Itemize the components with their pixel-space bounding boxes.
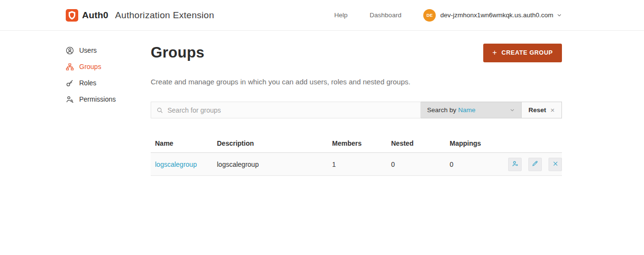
sidebar-item-label: Permissions	[79, 95, 116, 103]
group-description: logscalegroup	[217, 161, 332, 168]
brand-name: Auth0	[82, 10, 108, 21]
column-header-name: Name	[155, 139, 217, 147]
search-by-dropdown[interactable]: Search byName	[421, 102, 522, 118]
group-members-count: 1	[332, 161, 391, 168]
brand-group: Auth0 Authorization Extension	[66, 9, 214, 22]
column-header-members: Members	[332, 139, 391, 147]
reset-label: Reset	[528, 106, 546, 114]
page-title: Groups	[151, 44, 204, 61]
search-box	[151, 102, 421, 118]
group-mappings-count: 0	[450, 161, 500, 168]
sidebar-item-label: Users	[79, 46, 97, 54]
chevron-down-icon	[510, 107, 515, 113]
plus-icon: +	[492, 49, 497, 57]
x-icon	[552, 161, 559, 168]
group-nested-count: 0	[391, 161, 450, 168]
sidebar-item-users[interactable]: Users	[66, 42, 151, 58]
search-by-label: Search by	[427, 106, 456, 114]
dashboard-link[interactable]: Dashboard	[370, 12, 401, 19]
help-link[interactable]: Help	[334, 12, 348, 19]
edit-group-button[interactable]	[528, 158, 542, 171]
delete-group-button[interactable]	[549, 158, 562, 171]
close-icon: ×	[550, 106, 555, 114]
account-domain: dev-jzmhonx1wn6wmkqk.us.auth0.com	[440, 12, 553, 19]
app-title: Authorization Extension	[115, 10, 215, 21]
avatar: DE	[423, 9, 436, 22]
row-actions	[500, 158, 562, 171]
search-by-text: Search byName	[427, 106, 476, 114]
group-name-link[interactable]: logscalegroup	[155, 161, 197, 168]
sidebar-item-permissions[interactable]: Permissions	[66, 91, 151, 107]
top-nav: Help Dashboard DE dev-jzmhonx1wn6wmkqk.u…	[334, 9, 562, 22]
top-bar: Auth0 Authorization Extension Help Dashb…	[0, 0, 644, 31]
key-icon	[66, 79, 74, 87]
user-key-icon	[66, 95, 74, 104]
account-menu[interactable]: DE dev-jzmhonx1wn6wmkqk.us.auth0.com	[423, 9, 562, 22]
groups-table: Name Description Members Nested Mappings…	[151, 134, 562, 176]
search-by-value: Name	[458, 106, 476, 114]
sidebar-item-groups[interactable]: Groups	[66, 58, 151, 75]
create-group-button[interactable]: + CREATE GROUP	[483, 44, 562, 62]
auth0-logo-icon	[66, 9, 78, 22]
column-header-nested: Nested	[391, 139, 450, 147]
table-header: Name Description Members Nested Mappings	[151, 134, 562, 153]
sidebar-item-roles[interactable]: Roles	[66, 75, 151, 91]
add-member-button[interactable]	[508, 158, 522, 171]
search-input[interactable]	[167, 106, 415, 114]
table-row: logscalegroup logscalegroup 1 0 0	[151, 153, 562, 176]
sitemap-icon	[66, 63, 74, 71]
create-group-label: CREATE GROUP	[501, 49, 553, 56]
sidebar-item-label: Groups	[79, 63, 101, 70]
chevron-down-icon	[557, 12, 562, 18]
sidebar-item-label: Roles	[79, 79, 96, 87]
reset-button[interactable]: Reset ×	[522, 102, 562, 118]
page-subtitle: Create and manage groups in which you ca…	[151, 77, 562, 87]
search-icon	[156, 107, 163, 114]
pencil-icon	[532, 160, 538, 168]
user-plus-icon	[512, 160, 519, 169]
column-header-description: Description	[217, 139, 332, 147]
search-bar: Search byName Reset ×	[151, 102, 562, 118]
user-circle-icon	[66, 46, 74, 55]
column-header-mappings: Mappings	[450, 139, 500, 147]
sidebar: Users Groups Roles Permissions	[66, 31, 151, 176]
